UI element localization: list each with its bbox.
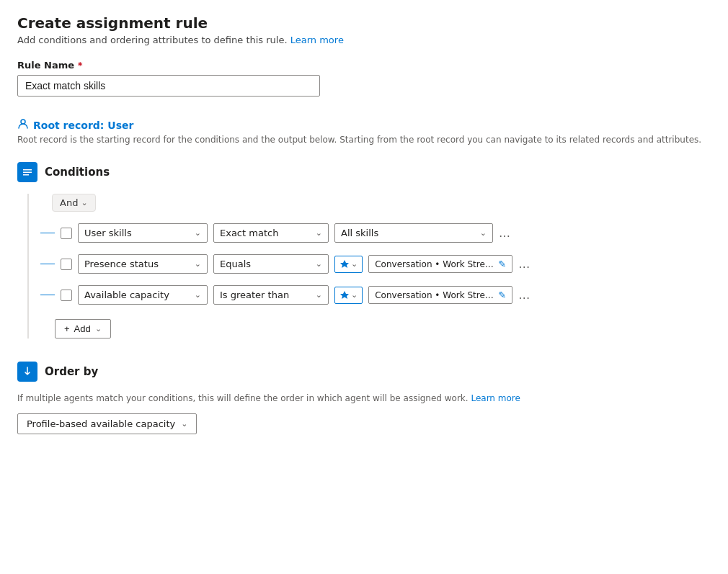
page-header: Create assignment rule Add conditions an… — [17, 14, 711, 45]
and-badge[interactable]: And ⌄ — [52, 194, 96, 212]
add-label: Add — [74, 323, 91, 334]
page-title: Create assignment rule — [17, 14, 711, 32]
svg-rect-3 — [23, 174, 29, 176]
field-label-3: Available capacity — [84, 290, 169, 300]
condition-checkbox-1[interactable] — [61, 228, 72, 239]
more-options-3[interactable]: … — [518, 288, 531, 302]
add-plus-icon: + — [64, 323, 70, 334]
dynamic-btn-3[interactable]: ⌄ — [334, 287, 363, 304]
required-marker: * — [78, 60, 83, 71]
order-by-value: Profile-based available capacity — [27, 418, 175, 429]
conditions-icon — [17, 162, 37, 182]
root-record-section: Root record: User Root record is the sta… — [17, 118, 711, 145]
operator-dropdown-2[interactable]: Equals ⌄ — [213, 254, 329, 274]
operator-label-2: Equals — [220, 259, 251, 269]
and-chevron-icon: ⌄ — [81, 198, 87, 207]
value-pill-2[interactable]: Conversation • Work Stream • All... ✎ — [368, 255, 512, 273]
svg-rect-2 — [23, 172, 32, 174]
add-button[interactable]: + Add ⌄ — [55, 319, 111, 338]
rule-name-input[interactable] — [17, 75, 320, 97]
operator-chevron-3: ⌄ — [316, 290, 322, 300]
rule-name-section: Rule Name * — [17, 60, 711, 111]
field-label-1: User skills — [84, 228, 132, 238]
page-container: Create assignment rule Add conditions an… — [17, 14, 711, 434]
conditions-section: Conditions And ⌄ User skills ⌄ — [17, 162, 711, 338]
field-dropdown-1[interactable]: User skills ⌄ — [78, 223, 208, 243]
operator-label-1: Exact match — [220, 228, 278, 238]
value-dropdown-1[interactable]: All skills ⌄ — [334, 223, 493, 243]
edit-icon-2[interactable]: ✎ — [498, 259, 506, 269]
operator-dropdown-3[interactable]: Is greater than ⌄ — [213, 285, 329, 305]
order-by-desc: If multiple agents match your conditions… — [17, 393, 711, 403]
root-record-label: Root record: User — [33, 120, 133, 131]
rule-name-label: Rule Name * — [17, 60, 711, 71]
dynamic-chevron-2: ⌄ — [351, 259, 358, 269]
order-by-icon — [17, 362, 37, 382]
svg-point-0 — [21, 120, 25, 124]
operator-label-3: Is greater than — [220, 290, 289, 300]
order-learn-more-link[interactable]: Learn more — [471, 393, 520, 403]
conditions-header: Conditions — [17, 162, 711, 182]
conditions-title: Conditions — [45, 166, 110, 179]
condition-dash-2 — [40, 264, 55, 264]
svg-rect-1 — [23, 169, 32, 171]
operator-chevron-2: ⌄ — [316, 259, 322, 269]
value-chevron-1: ⌄ — [480, 228, 487, 238]
user-icon — [17, 118, 29, 132]
condition-checkbox-3[interactable] — [61, 290, 72, 301]
field-chevron-3: ⌄ — [195, 290, 201, 300]
field-dropdown-2[interactable]: Presence status ⌄ — [78, 254, 208, 274]
order-by-section: Order by If multiple agents match your c… — [17, 362, 711, 434]
field-label-2: Presence status — [84, 259, 159, 269]
subtitle-text: Add conditions and ordering attributes t… — [17, 35, 288, 45]
condition-checkbox-2[interactable] — [61, 259, 72, 270]
order-by-header: Order by — [17, 362, 711, 382]
value-pill-text-2: Conversation • Work Stream • All... — [375, 259, 495, 269]
more-options-1[interactable]: … — [499, 226, 511, 240]
rule-name-label-text: Rule Name — [17, 60, 74, 71]
dynamic-btn-2[interactable]: ⌄ — [334, 256, 363, 273]
condition-row-1: User skills ⌄ Exact match ⌄ All skills ⌄… — [40, 223, 711, 243]
edit-icon-3[interactable]: ✎ — [498, 290, 506, 300]
and-label: And — [60, 197, 78, 208]
order-by-chevron-icon: ⌄ — [181, 419, 187, 429]
condition-row-3: Available capacity ⌄ Is greater than ⌄ ⌄ — [40, 285, 711, 305]
order-by-desc-text: If multiple agents match your conditions… — [17, 393, 469, 403]
learn-more-link[interactable]: Learn more — [290, 35, 344, 45]
operator-dropdown-1[interactable]: Exact match ⌄ — [213, 223, 329, 243]
root-record-header: Root record: User — [17, 118, 711, 132]
value-label-1: All skills — [341, 228, 378, 238]
conditions-container: And ⌄ User skills ⌄ Exact match ⌄ — [27, 194, 711, 338]
root-record-desc: Root record is the starting record for t… — [17, 135, 711, 145]
order-by-dropdown[interactable]: Profile-based available capacity ⌄ — [17, 413, 197, 434]
condition-row-2: Presence status ⌄ Equals ⌄ ⌄ Conv — [40, 254, 711, 274]
operator-chevron-1: ⌄ — [316, 228, 322, 238]
value-pill-3[interactable]: Conversation • Work Stream • Ca... ✎ — [368, 286, 512, 304]
more-options-2[interactable]: … — [518, 257, 531, 271]
condition-dash-3 — [40, 295, 55, 295]
field-dropdown-3[interactable]: Available capacity ⌄ — [78, 285, 208, 305]
condition-dash-1 — [40, 233, 55, 233]
order-by-title: Order by — [45, 365, 98, 378]
add-chevron-icon: ⌄ — [95, 324, 102, 333]
field-chevron-1: ⌄ — [195, 228, 201, 238]
value-pill-text-3: Conversation • Work Stream • Ca... — [375, 290, 495, 300]
dynamic-chevron-3: ⌄ — [351, 290, 358, 300]
field-chevron-2: ⌄ — [195, 259, 201, 269]
conditions-inner: And ⌄ User skills ⌄ Exact match ⌄ — [29, 194, 711, 338]
page-subtitle: Add conditions and ordering attributes t… — [17, 35, 711, 45]
